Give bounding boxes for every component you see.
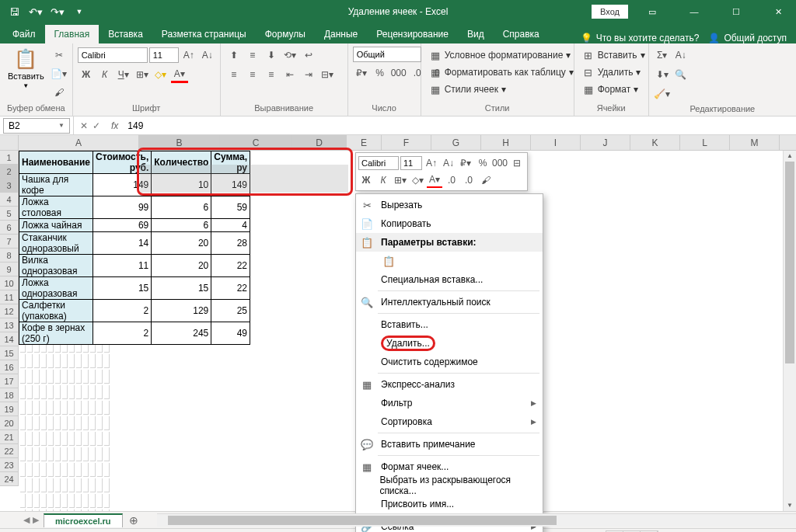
align-middle-icon[interactable]: ≡ (244, 47, 261, 64)
mini-dec-dec-icon[interactable]: .0 (461, 172, 477, 188)
mini-fill-icon[interactable]: ◇▾ (410, 172, 425, 188)
sheet-nav[interactable]: ◀▶ (19, 515, 44, 525)
ctx-quick-analysis[interactable]: ▦Экспресс-анализ (356, 375, 543, 394)
tab-insert[interactable]: Вставка (99, 25, 152, 43)
cut-icon[interactable]: ✂ (51, 47, 68, 64)
italic-icon[interactable]: К (96, 66, 113, 83)
maximize-icon[interactable]: ☐ (718, 0, 754, 23)
save-icon[interactable]: 🖫 (5, 2, 23, 21)
minimize-icon[interactable]: — (676, 0, 712, 23)
mini-italic-icon[interactable]: К (375, 172, 391, 188)
decrease-indent-icon[interactable]: ⇤ (281, 66, 298, 83)
ctx-copy[interactable]: 📄Копировать (356, 214, 543, 233)
align-left-icon[interactable]: ≡ (225, 66, 243, 83)
column-headers[interactable]: ABCDEFGHIJKLM (19, 135, 796, 151)
font-size-input[interactable] (149, 47, 179, 63)
conditional-formatting-button[interactable]: ▦Условное форматирование▾ (426, 47, 574, 64)
qat-customize-icon[interactable]: ▼ (70, 2, 89, 21)
scroll-up-icon[interactable]: ▲ (784, 151, 796, 162)
data-table[interactable]: НаименованиеСтоимость, руб.КоличествоСум… (19, 151, 250, 345)
tab-help[interactable]: Справка (494, 25, 549, 43)
ctx-clear[interactable]: Очистить содержимое (356, 353, 543, 371)
vertical-scrollbar[interactable]: ▲ ▼ (783, 151, 796, 511)
tab-home[interactable]: Главная (45, 25, 100, 43)
mini-border-icon[interactable]: ⊞▾ (393, 172, 408, 188)
fill-color-icon[interactable]: ◇▾ (152, 66, 169, 83)
close-icon[interactable]: ✕ (760, 0, 796, 23)
borders-icon[interactable]: ⊞▾ (134, 66, 151, 83)
row-headers[interactable]: 123456789101112131415161718192021222324 (0, 151, 19, 486)
align-bottom-icon[interactable]: ⬇ (263, 47, 280, 64)
underline-icon[interactable]: Ч▾ (115, 66, 132, 83)
horizontal-scrollbar[interactable] (157, 513, 796, 527)
mini-percent-icon[interactable]: % (475, 155, 491, 171)
mini-font-input[interactable] (358, 156, 399, 170)
mini-painter-icon[interactable]: 🖌 (478, 172, 494, 188)
format-cells-button[interactable]: ▦Формат▾ (579, 81, 642, 98)
cancel-formula-icon[interactable]: ✕ (80, 120, 88, 131)
paste-button[interactable]: 📋 Вставить ▼ (5, 47, 47, 91)
increase-font-icon[interactable]: A↑ (180, 47, 197, 64)
fx-icon[interactable]: fx (106, 120, 123, 131)
login-button[interactable]: Вход (592, 5, 628, 19)
ctx-sort[interactable]: Сортировка▶ (356, 412, 543, 431)
bold-icon[interactable]: Ж (78, 66, 95, 83)
ctx-define-name[interactable]: Присвоить имя... (356, 495, 543, 513)
delete-cells-button[interactable]: ⊟Удалить▾ (579, 64, 644, 81)
ctx-dropdown-list[interactable]: Выбрать из раскрывающегося списка... (356, 476, 543, 495)
mini-currency-icon[interactable]: ₽▾ (458, 155, 473, 171)
formula-input[interactable] (123, 116, 796, 134)
cell-styles-button[interactable]: ▦Стили ячеек▾ (426, 81, 509, 98)
enter-formula-icon[interactable]: ✓ (93, 120, 100, 131)
ctx-smart-lookup[interactable]: 🔍Интеллектуальный поиск (356, 293, 543, 311)
align-right-icon[interactable]: ≡ (263, 66, 280, 83)
sheet-prev-icon[interactable]: ◀ (23, 515, 30, 525)
ctx-filter[interactable]: Фильтр▶ (356, 394, 543, 412)
align-top-icon[interactable]: ⬆ (225, 47, 243, 64)
format-as-table-button[interactable]: ▦Форматировать как таблицу▾ (426, 64, 577, 81)
tab-layout[interactable]: Разметка страницы (152, 25, 256, 43)
decrease-font-icon[interactable]: A↓ (199, 47, 216, 64)
ctx-paste-option[interactable]: 📋 (356, 252, 543, 270)
ribbon-options-icon[interactable]: ▭ (634, 0, 670, 23)
percent-icon[interactable]: % (372, 64, 389, 82)
tell-me-search[interactable]: 💡 Что вы хотите сделать? (581, 33, 700, 43)
scroll-down-icon[interactable]: ▼ (784, 500, 796, 511)
mini-inc-font-icon[interactable]: A↑ (424, 155, 439, 171)
ctx-format-cells[interactable]: ▦Формат ячеек... (356, 457, 543, 476)
font-color-icon[interactable]: A▾ (171, 66, 188, 83)
tab-view[interactable]: Вид (458, 25, 494, 43)
mini-inc-dec-icon[interactable]: .0 (444, 172, 459, 188)
autosum-icon[interactable]: Σ▾ (654, 47, 671, 64)
sheet-next-icon[interactable]: ▶ (33, 515, 39, 525)
scroll-thumb-v[interactable] (785, 162, 794, 363)
copy-icon[interactable]: 📄▾ (51, 65, 68, 82)
currency-icon[interactable]: ₽▾ (353, 64, 370, 82)
mini-bold-icon[interactable]: Ж (358, 172, 374, 188)
insert-cells-button[interactable]: ⊞Вставить▾ (579, 47, 648, 64)
find-icon[interactable]: 🔍 (672, 66, 690, 83)
align-center-icon[interactable]: ≡ (244, 66, 261, 83)
add-sheet-icon[interactable]: ⊕ (123, 514, 145, 527)
format-painter-icon[interactable]: 🖌 (51, 84, 68, 101)
mini-comma-icon[interactable]: 000 (492, 155, 508, 171)
comma-icon[interactable]: 000 (390, 64, 407, 82)
mini-size-input[interactable] (400, 156, 422, 170)
select-all-corner[interactable] (0, 135, 19, 151)
redo-icon[interactable]: ↷▾ (48, 2, 67, 21)
share-button[interactable]: 👤 Общий доступ (708, 33, 787, 43)
ctx-insert[interactable]: Вставить... (356, 315, 543, 334)
wrap-text-icon[interactable]: ↩ (300, 47, 317, 64)
tab-data[interactable]: Данные (315, 25, 367, 43)
increase-indent-icon[interactable]: ⇥ (300, 66, 317, 83)
name-box[interactable]: B2 ▼ (3, 118, 70, 134)
mini-dec-font-icon[interactable]: A↓ (441, 155, 456, 171)
undo-icon[interactable]: ↶▾ (26, 2, 45, 21)
orientation-icon[interactable]: ⟲▾ (281, 47, 298, 64)
merge-icon[interactable]: ⊟▾ (319, 66, 336, 83)
number-format-select[interactable] (353, 47, 421, 62)
ctx-delete[interactable]: Удалить... (356, 334, 543, 353)
sort-filter-icon[interactable]: A↓ (672, 47, 690, 64)
font-name-input[interactable] (78, 47, 148, 63)
ctx-comment[interactable]: 💬Вставить примечание (356, 435, 543, 454)
